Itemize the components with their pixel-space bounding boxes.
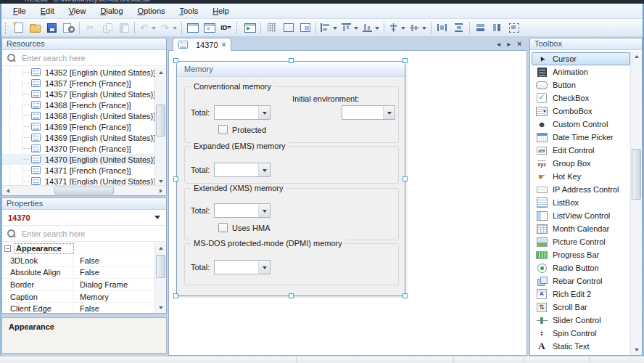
paste-button[interactable]: [116, 20, 131, 35]
menu-item[interactable]: Help: [205, 4, 236, 17]
tab-close-icon[interactable]: [222, 41, 226, 49]
dialog-editor-button[interactable]: [185, 20, 200, 35]
menu-item[interactable]: Edit: [33, 4, 62, 17]
toolbox-item[interactable]: Button: [532, 78, 630, 91]
toolbox-item[interactable]: Edit Control: [532, 144, 630, 157]
frame-button[interactable]: [281, 20, 296, 35]
checkbox-icon[interactable]: [218, 125, 228, 134]
editor-canvas[interactable]: Memory Conventional memory Total: Initia…: [168, 51, 527, 356]
toolbox-item[interactable]: Slider Control: [532, 314, 630, 327]
toolbox-item[interactable]: ListBox: [532, 196, 630, 209]
selection-handle-top-center[interactable]: [289, 58, 294, 63]
resources-vertical-scrollbar[interactable]: [154, 67, 166, 187]
cut-button[interactable]: [83, 20, 98, 35]
align-left-button[interactable]: [319, 20, 339, 35]
same-size-button[interactable]: [506, 20, 521, 35]
scrollbar-thumb[interactable]: [54, 187, 114, 195]
property-value[interactable]: Memory: [73, 293, 109, 301]
memory-dialog-preview[interactable]: Memory Conventional memory Total: Initia…: [176, 61, 405, 296]
copy-button[interactable]: [99, 20, 115, 35]
resource-item[interactable]: 14368 [English (United States)]: [2, 110, 166, 121]
resource-item[interactable]: 14357 [French (France)]: [2, 78, 166, 89]
resources-search-input[interactable]: Enter search here: [2, 50, 166, 66]
resource-item[interactable]: 14370 [French (France)]: [2, 143, 166, 154]
property-row[interactable]: Border Dialog Frame: [2, 279, 166, 291]
toolbox-item[interactable]: Cursor: [532, 52, 630, 65]
combobox-dropdown-icon[interactable]: [258, 204, 270, 217]
undo-button[interactable]: [138, 20, 157, 35]
dropdown-caret-icon[interactable]: [173, 27, 177, 32]
center-vertical-button[interactable]: [408, 20, 428, 35]
combobox-dropdown-icon[interactable]: [258, 106, 270, 119]
resource-item[interactable]: 14352 [English (United States)]: [2, 67, 166, 78]
resource-item[interactable]: 14369 [English (United States)]: [2, 132, 166, 143]
total-combobox[interactable]: [214, 203, 271, 218]
toolbox-item[interactable]: Rich Edit 2: [532, 287, 630, 301]
dialog-caption[interactable]: Memory: [177, 62, 405, 77]
dropdown-caret-icon[interactable]: [422, 27, 426, 32]
menu-item[interactable]: View: [62, 4, 94, 17]
next-tab-button[interactable]: [507, 40, 511, 49]
dropdown-caret-icon[interactable]: [375, 27, 379, 32]
id-button-button[interactable]: ID=: [218, 20, 234, 35]
toolbox-item[interactable]: ComboBox: [532, 105, 630, 118]
align-bottom-button[interactable]: [361, 20, 381, 35]
selection-handle-top-left[interactable]: [173, 58, 178, 63]
menu-item[interactable]: Dialog: [93, 4, 130, 17]
window-titlebar[interactable]: ResEdit - C:\Windows\System32\shell32.dl…: [0, 0, 644, 4]
resource-item[interactable]: 14371 [French (France)]: [2, 165, 166, 176]
center-horizontal-button[interactable]: [387, 20, 407, 35]
grid-button[interactable]: [264, 20, 279, 35]
checkbox-icon[interactable]: [218, 223, 228, 232]
test-dialog-button[interactable]: [242, 20, 257, 35]
properties-object-selector[interactable]: 14370: [2, 210, 166, 226]
toolbox-item[interactable]: Radio Button: [532, 261, 630, 274]
property-value[interactable]: False: [73, 256, 99, 265]
toolbox-item[interactable]: Progress Bar: [532, 248, 630, 261]
property-row[interactable]: Absolute Align False: [2, 267, 166, 280]
editor-tab-14370[interactable]: 14370: [173, 38, 231, 51]
resources-horizontal-scrollbar[interactable]: [2, 185, 166, 195]
combobox-dropdown-icon[interactable]: [258, 163, 270, 176]
initial-environment-combobox[interactable]: [342, 105, 395, 120]
toolbox-item[interactable]: IP Address Control: [532, 183, 630, 196]
dropdown-caret-icon[interactable]: [152, 27, 156, 32]
tab-order-button[interactable]: [202, 20, 217, 35]
scrollbar-thumb[interactable]: [156, 105, 165, 136]
dropdown-caret-icon[interactable]: [354, 27, 358, 32]
toolbox-item[interactable]: CheckBox: [532, 91, 630, 105]
selection-handle-middle-left[interactable]: [173, 176, 178, 182]
resource-item[interactable]: 14357 [English (United States)]: [2, 89, 166, 99]
conventional-memory-groupbox[interactable]: Conventional memory Total: Initial envir…: [184, 86, 399, 143]
properties-vertical-scrollbar[interactable]: [154, 242, 166, 313]
dropdown-caret-icon[interactable]: [401, 27, 405, 32]
protected-checkbox-row[interactable]: Protected: [218, 125, 266, 134]
space-across-button[interactable]: [434, 20, 450, 35]
extended-memory-groupbox[interactable]: Extended (XMS) memory Total: Uses HMA: [184, 188, 399, 240]
combobox-dropdown-icon[interactable]: [258, 261, 270, 274]
property-group-row[interactable]: Appearance: [2, 242, 166, 255]
scroll-right-button[interactable]: [155, 186, 166, 196]
save-button[interactable]: [44, 20, 59, 35]
properties-search-input[interactable]: Enter search here: [2, 226, 166, 242]
toolbox-item[interactable]: Month Calendar: [532, 222, 630, 235]
redo-button[interactable]: [159, 20, 178, 35]
property-value[interactable]: Dialog Frame: [73, 280, 128, 289]
selection-handle-bottom-left[interactable]: [173, 293, 178, 298]
same-height-button[interactable]: [490, 20, 505, 35]
collapse-minus-icon[interactable]: [4, 245, 11, 252]
property-value[interactable]: False: [73, 268, 99, 277]
scrollbar-thumb[interactable]: [156, 255, 165, 278]
combobox-dropdown-icon[interactable]: [383, 106, 395, 119]
menu-item[interactable]: File: [6, 4, 33, 17]
selection-handle-middle-right[interactable]: [402, 176, 408, 182]
menu-item[interactable]: Options: [131, 4, 173, 17]
uses-hma-checkbox-row[interactable]: Uses HMA: [218, 223, 271, 232]
menu-item[interactable]: Tools: [173, 4, 206, 17]
toolbox-item[interactable]: Animation: [532, 65, 630, 78]
toolbox-item[interactable]: Scroll Bar: [532, 301, 630, 314]
scroll-down-button[interactable]: [155, 302, 166, 313]
property-value[interactable]: False: [73, 304, 99, 313]
space-down-button[interactable]: [451, 20, 466, 35]
dropdown-caret-icon[interactable]: [333, 27, 337, 32]
